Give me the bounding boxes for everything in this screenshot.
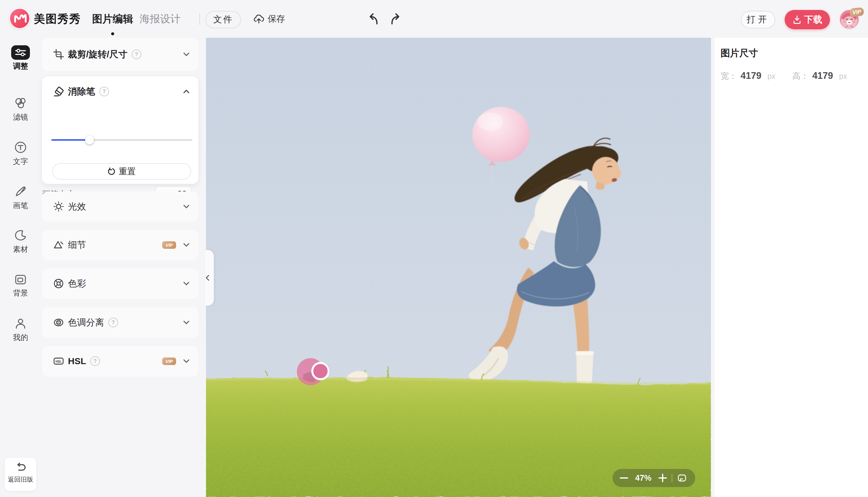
top-toolbar: 美图秀秀 图片编辑 海报设计 文件 保存 — [0, 0, 868, 38]
chevron-down-icon — [183, 242, 190, 248]
zoom-out-button[interactable] — [620, 477, 628, 479]
image-size-row: 宽： 4179 px 高： 4179 px — [721, 70, 847, 82]
chevron-down-icon — [183, 319, 190, 326]
width-unit: px — [767, 72, 775, 81]
image-canvas[interactable]: 47% — [206, 37, 711, 497]
undo-icon — [366, 13, 379, 25]
zoom-level-value: 47% — [635, 473, 652, 483]
tone-split-icon — [53, 317, 64, 328]
vip-badge: VIP — [850, 7, 864, 17]
cloud-upload-icon — [253, 13, 265, 25]
sidebar-item-material[interactable]: 素材 — [0, 228, 41, 254]
section-detail: 细节 VIP — [42, 230, 198, 260]
section-crop-rotate-size: 裁剪/旋转/尺寸 ? — [42, 38, 198, 71]
height-value: 4179 — [812, 70, 833, 81]
section-hsl: HSL HSL ? VIP — [42, 346, 198, 377]
section-hsl-header[interactable]: HSL HSL ? VIP — [42, 346, 198, 376]
brush-slider-thumb[interactable] — [85, 136, 94, 144]
chevron-down-icon — [183, 358, 190, 365]
section-eraser-pen: 消除笔 ? 画笔大小 28 重置 — [42, 76, 198, 184]
redo-icon — [389, 13, 403, 25]
vip-badge: VIP — [162, 241, 176, 249]
brush-size-slider[interactable] — [51, 139, 193, 141]
sun-icon — [53, 201, 64, 212]
brush-cursor-ring — [312, 363, 329, 379]
meitu-logo-icon[interactable] — [9, 8, 30, 29]
svg-text:HSL: HSL — [56, 360, 62, 363]
tab-poster-design[interactable]: 海报设计 — [140, 0, 181, 38]
tab-image-edit[interactable]: 图片编辑 — [92, 0, 133, 38]
brand-title: 美图秀秀 — [34, 0, 81, 38]
section-tone-split: 色调分离 ? — [42, 307, 198, 338]
sidebar-item-adjust[interactable]: 调整 — [0, 45, 41, 71]
reset-button[interactable]: 重置 — [52, 163, 191, 180]
help-icon[interactable]: ? — [99, 87, 109, 96]
sliders-icon — [11, 45, 30, 60]
photo-girl-balloon — [206, 37, 711, 497]
section-color: 色彩 — [42, 268, 198, 299]
zoombar-divider — [672, 474, 672, 482]
help-icon[interactable]: ? — [90, 356, 100, 366]
chevron-up-icon — [183, 88, 190, 95]
meitu-editor-app: 47% 美图秀秀 图片编辑 — [0, 0, 868, 497]
vip-badge: VIP — [162, 357, 176, 365]
chevron-down-icon — [183, 280, 190, 287]
active-tab-dot — [111, 32, 114, 35]
download-icon — [793, 15, 801, 24]
chevron-down-icon — [183, 203, 190, 210]
image-size-title: 图片尺寸 — [721, 47, 758, 59]
chevron-down-icon — [183, 51, 190, 58]
eraser-icon — [53, 86, 64, 97]
save-button[interactable]: 保存 — [253, 0, 285, 38]
reset-icon — [108, 168, 116, 175]
tool-sidebar: 调整 滤镜 文字 — [0, 38, 41, 497]
file-button[interactable]: 文件 — [205, 11, 241, 28]
hsl-box-icon: HSL — [53, 355, 64, 367]
chevron-left-icon — [205, 274, 211, 282]
section-eraser-header[interactable]: 消除笔 ? — [42, 76, 198, 106]
filter-circles-icon — [11, 96, 30, 111]
panel-collapse-tab[interactable] — [205, 250, 214, 306]
help-icon[interactable]: ? — [132, 49, 141, 59]
crop-icon — [53, 48, 64, 60]
image-info-panel: 图片尺寸 宽： 4179 px 高： 4179 px — [715, 38, 868, 497]
sidebar-item-brush[interactable]: 画笔 — [0, 184, 41, 211]
help-icon[interactable]: ? — [109, 318, 118, 327]
height-unit: px — [839, 72, 847, 81]
user-icon — [11, 316, 30, 331]
sidebar-item-mine[interactable]: 我的 — [0, 316, 41, 342]
triangle-icon — [53, 239, 64, 251]
background-icon — [11, 272, 30, 287]
undo-button[interactable] — [366, 13, 379, 25]
color-wheel-icon — [53, 278, 64, 289]
width-label: 宽： — [721, 71, 737, 82]
section-tone-split-header[interactable]: 色调分离 ? — [42, 307, 198, 338]
section-detail-header[interactable]: 细节 VIP — [42, 230, 198, 260]
section-light-effect: 光效 — [42, 191, 198, 222]
section-crop-header[interactable]: 裁剪/旋转/尺寸 ? — [42, 38, 198, 71]
sidebar-item-filter[interactable]: 滤镜 — [0, 96, 41, 122]
return-arrow-icon — [15, 463, 26, 473]
fit-screen-button[interactable] — [677, 473, 687, 483]
download-button[interactable]: 下载 — [785, 10, 830, 29]
redo-button[interactable] — [389, 13, 403, 25]
sidebar-item-background[interactable]: 背景 — [0, 272, 41, 298]
sticker-icon — [11, 228, 30, 243]
width-value: 4179 — [741, 70, 762, 81]
section-light-header[interactable]: 光效 — [42, 191, 198, 222]
text-icon — [11, 140, 30, 155]
zoom-toolbar: 47% — [612, 469, 695, 487]
section-color-header[interactable]: 色彩 — [42, 268, 198, 299]
zoom-in-button[interactable] — [658, 474, 667, 482]
height-label: 高： — [792, 71, 809, 82]
brush-icon — [11, 184, 30, 199]
back-to-legacy-button[interactable]: 返回旧版 — [5, 458, 36, 491]
brush-slider-fill — [51, 139, 89, 141]
open-button[interactable]: 打开 — [741, 11, 775, 28]
sidebar-item-text[interactable]: 文字 — [0, 140, 41, 166]
toolbar-divider — [199, 13, 200, 25]
